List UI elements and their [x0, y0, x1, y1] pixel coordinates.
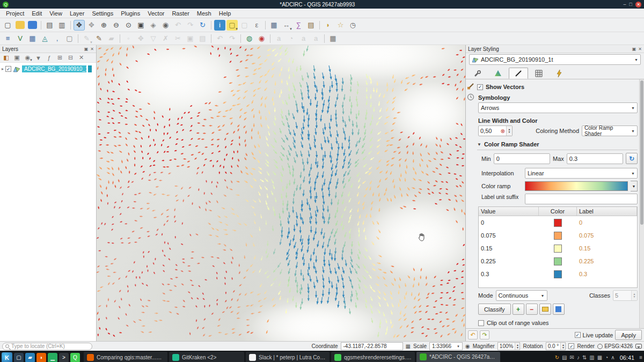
- new-print-layout-icon[interactable]: ▤: [44, 20, 55, 31]
- clip-out-of-range-checkbox[interactable]: [478, 320, 484, 326]
- shader-table-row[interactable]: 0.0750.075: [479, 229, 637, 242]
- zoom-native-icon[interactable]: ⊙: [123, 20, 134, 31]
- menu-edit[interactable]: Edit: [28, 10, 46, 17]
- new-project-icon[interactable]: ▢: [2, 20, 13, 31]
- system-monitor-icon[interactable]: ▁: [48, 353, 57, 362]
- symbology-combo[interactable]: Arrows ▼: [478, 102, 638, 113]
- line-width-spinbox[interactable]: 0,50 ⊗ ▲▼: [478, 125, 513, 136]
- color-ramp-dropdown-icon[interactable]: ▼: [631, 181, 638, 191]
- task-firefox[interactable]: Comparing qgis:master...vcl...: [84, 352, 167, 362]
- delete-selected-icon[interactable]: ✗: [160, 33, 171, 44]
- row-color-swatch[interactable]: [539, 219, 577, 227]
- vertex-tool-icon[interactable]: ▽: [148, 33, 159, 44]
- copy-features-icon[interactable]: ▣: [185, 33, 196, 44]
- zoom-full-icon[interactable]: ▣: [135, 20, 147, 31]
- zoom-to-selection-icon[interactable]: ◈: [148, 20, 159, 31]
- pan-map-icon[interactable]: ✥: [74, 20, 85, 31]
- dropdown-arrow-icon[interactable]: ▼: [289, 27, 292, 31]
- shader-table-row[interactable]: 0.2250.225: [479, 255, 637, 268]
- live-update-checkbox[interactable]: ✓: [575, 332, 581, 338]
- classify-button[interactable]: Classify: [478, 304, 511, 315]
- redo-icon[interactable]: ↷: [226, 33, 238, 44]
- clipboard-icon[interactable]: ▥: [589, 354, 594, 360]
- menu-help[interactable]: Help: [215, 10, 235, 17]
- manage-map-themes-icon[interactable]: ◉▼: [23, 54, 32, 62]
- file-manager-icon[interactable]: ▰: [25, 353, 35, 362]
- row-color-swatch[interactable]: [539, 232, 577, 240]
- collapse-arrow-icon[interactable]: ▼: [477, 142, 481, 147]
- layer-name[interactable]: ADCIRC_BG_20190910_1t: [22, 65, 86, 72]
- layer-row[interactable]: ▸ ✓ ADCIRC_BG_20190910_1t: [0, 64, 96, 73]
- move-feature-icon[interactable]: ✥: [135, 33, 147, 44]
- classes-spinbox[interactable]: 5 ▲▼: [613, 290, 638, 301]
- menu-vector[interactable]: Vector: [144, 10, 168, 17]
- tab-contours[interactable]: [488, 68, 508, 79]
- render-checkbox[interactable]: ✓: [568, 343, 574, 349]
- layer-visibility-checkbox[interactable]: ✓: [5, 66, 11, 72]
- scrollbar-thumb[interactable]: [640, 80, 643, 225]
- layout-manager-icon[interactable]: ▥: [56, 20, 68, 31]
- menu-plugins[interactable]: Plugins: [117, 10, 144, 17]
- color-ramp-button[interactable]: [525, 181, 628, 191]
- shader-table-row[interactable]: 00: [479, 216, 637, 229]
- magnifier-spinbox[interactable]: 100% ▲▼: [497, 342, 521, 350]
- panel-settings-icon[interactable]: ≡: [639, 354, 642, 360]
- add-vector-layer-icon[interactable]: V: [14, 33, 26, 44]
- clear-value-icon[interactable]: ⊗: [500, 126, 506, 136]
- firefox-icon[interactable]: ◗: [36, 353, 46, 362]
- cut-features-icon[interactable]: ✂: [172, 33, 184, 44]
- styling-scrollbar[interactable]: [639, 79, 644, 328]
- add-delimited-text-icon[interactable]: ,: [52, 33, 63, 44]
- zoom-in-icon[interactable]: ⊕: [98, 20, 109, 31]
- display-icon[interactable]: ▤: [562, 354, 567, 360]
- remove-layer-icon[interactable]: ✕: [77, 54, 86, 62]
- gps-tracking-icon[interactable]: ◉: [256, 33, 267, 44]
- styling-layer-selector[interactable]: ADCIRC_BG_20190910_1t ▼: [469, 54, 641, 65]
- menu-view[interactable]: View: [46, 10, 66, 17]
- zoom-next-icon[interactable]: ↷: [185, 20, 196, 31]
- task-gitkraken[interactable]: GitKraken <2>: [169, 352, 244, 362]
- save-layer-edits-icon[interactable]: ▰: [106, 33, 117, 44]
- collapse-all-icon[interactable]: ⊟: [66, 54, 75, 62]
- current-edits-icon[interactable]: ✎▼: [81, 33, 92, 44]
- redo-style-icon[interactable]: ↷: [480, 330, 489, 339]
- close-icon[interactable]: ✕: [635, 2, 641, 8]
- refresh-map-icon[interactable]: ↻: [197, 20, 208, 31]
- select-features-icon[interactable]: ▢▼: [226, 20, 238, 31]
- map-canvas[interactable]: [97, 45, 466, 341]
- save-ramp-button[interactable]: [553, 304, 565, 315]
- tab-rendering[interactable]: [529, 68, 548, 79]
- statistical-summary-icon[interactable]: ∑: [293, 20, 304, 31]
- show-vectors-checkbox[interactable]: ✓: [477, 84, 483, 90]
- network-icon[interactable]: ⇅: [582, 354, 587, 360]
- maximize-icon[interactable]: □: [630, 2, 632, 8]
- coloring-method-combo[interactable]: Color Ramp Shader ▼: [582, 125, 638, 136]
- dropdown-arrow-icon[interactable]: ▼: [30, 58, 33, 62]
- apply-button[interactable]: Apply: [615, 330, 642, 340]
- field-calculator-icon[interactable]: ▤: [305, 20, 317, 31]
- map-tips-icon[interactable]: ◗: [323, 20, 334, 31]
- tab-vectors[interactable]: [509, 68, 528, 79]
- layer-diagram-icon[interactable]: ◔: [286, 33, 297, 44]
- color-column-header[interactable]: Color: [539, 207, 577, 216]
- app-launcher-icon[interactable]: K: [2, 352, 12, 362]
- label-column-header[interactable]: Label: [577, 207, 637, 216]
- dropdown-arrow-icon[interactable]: ▼: [235, 27, 238, 31]
- task-slack[interactable]: Slack | * peterp | Lutra Con...: [246, 352, 330, 362]
- row-color-swatch[interactable]: [539, 245, 577, 253]
- filter-legend-icon[interactable]: ▼: [34, 54, 43, 62]
- scale-combo[interactable]: 1:33966 ▼: [429, 342, 463, 350]
- menu-settings[interactable]: Settings: [88, 10, 117, 17]
- audio-volume-icon[interactable]: ♪: [577, 354, 580, 360]
- shader-table-row[interactable]: 0.150.15: [479, 242, 637, 255]
- add-raster-layer-icon[interactable]: ▦: [27, 33, 38, 44]
- layer-expander-icon[interactable]: ▸: [2, 67, 4, 71]
- expand-all-icon[interactable]: ⊞: [55, 54, 64, 62]
- lock-scale-icon[interactable]: ◉: [465, 343, 470, 349]
- dock-panel-icon[interactable]: ▣: [632, 47, 636, 51]
- row-color-swatch[interactable]: [539, 270, 577, 278]
- temporal-controller-icon[interactable]: ◷: [347, 20, 358, 31]
- paste-features-icon[interactable]: ▤: [197, 33, 208, 44]
- messages-icon[interactable]: [635, 344, 642, 349]
- pan-to-selection-icon[interactable]: ✥: [86, 20, 97, 31]
